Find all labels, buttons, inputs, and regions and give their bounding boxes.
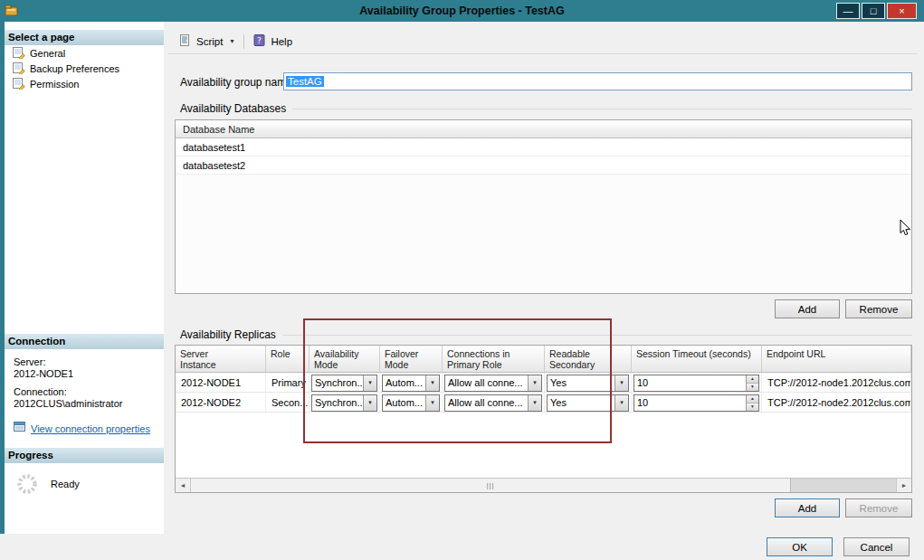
column-header[interactable]: Endpoint URL (762, 346, 911, 372)
failover-mode-combo[interactable]: Autom... ▾ (382, 375, 440, 392)
database-row[interactable]: databasetest1 (176, 138, 911, 157)
script-button[interactable]: Script (176, 32, 225, 51)
main-panel: Script ▾ ? Help Availability group name:… (168, 22, 918, 534)
replicas-remove-button[interactable]: Remove (845, 498, 912, 517)
availability-group-name-input[interactable]: TestAG (283, 72, 912, 90)
scrollbar-grip: ||| (486, 482, 494, 489)
cell-endpoint-url: TCP://2012-node1.2012clus.com (762, 373, 911, 392)
failover-mode-combo[interactable]: Autom... ▾ (382, 394, 440, 412)
session-timeout-field[interactable]: 10 ▴ ▾ (633, 375, 759, 392)
scroll-right-icon[interactable]: ► (896, 479, 911, 492)
session-timeout-stepper[interactable]: ▴ ▾ (746, 375, 758, 391)
spin-up-icon[interactable]: ▴ (747, 395, 758, 403)
ok-button[interactable]: OK (767, 537, 833, 556)
chevron-down-icon[interactable]: ▾ (363, 395, 376, 411)
column-header[interactable]: Session Timeout (seconds) (632, 346, 762, 372)
cell-server-instance: 2012-NODE2 (176, 393, 266, 412)
replicas-add-button[interactable]: Add (775, 498, 840, 517)
scrollbar-track[interactable]: ||| (191, 479, 896, 492)
availability-group-properties-dialog: Availability Group Properties - TestAG —… (0, 0, 924, 560)
availability-databases-title: Availability Databases (180, 102, 286, 115)
chevron-down-icon[interactable]: ▾ (425, 395, 439, 411)
svg-text:?: ? (258, 36, 262, 45)
column-header[interactable]: Connections in Primary Role (443, 346, 545, 372)
combo-value: Allow all conne... (445, 377, 528, 388)
chevron-down-icon[interactable]: ▾ (425, 375, 439, 391)
combo-value: Autom... (383, 397, 425, 408)
progress-status: Ready (51, 479, 80, 489)
availability-group-name-label: Availability group name: (180, 76, 295, 89)
combo-value: Yes (548, 377, 614, 388)
cancel-button[interactable]: Cancel (843, 537, 910, 556)
replicas-header-row: Server Instance Role Availability Mode F… (176, 346, 911, 373)
cell-endpoint-url: TCP://2012-node2.2012clus.com (762, 393, 911, 412)
chevron-down-icon[interactable]: ▾ (528, 375, 541, 391)
availability-group-name-value: TestAG (286, 76, 324, 87)
script-dropdown-icon[interactable]: ▾ (225, 37, 238, 45)
script-icon (178, 33, 192, 49)
scrollbar-thumb[interactable]: ||| (191, 479, 791, 492)
server-value: 2012-NODE1 (14, 368, 164, 379)
toolbar: Script ▾ ? Help (168, 29, 918, 54)
sidebar: Select a page General Backup Preferences… (5, 22, 164, 534)
connections-in-primary-role-combo[interactable]: Allow all conne... ▾ (444, 394, 542, 412)
databases-grid: Database Name databasetest1 databasetest… (175, 119, 912, 294)
chevron-down-icon[interactable]: ▾ (528, 395, 541, 411)
replica-row[interactable]: 2012-NODE1 Primary Synchron... ▾ Autom..… (176, 373, 911, 393)
spin-down-icon[interactable]: ▾ (747, 403, 758, 411)
database-name-column-header[interactable]: Database Name (176, 120, 911, 138)
maximize-button[interactable]: □ (862, 3, 885, 19)
spin-down-icon[interactable]: ▾ (747, 384, 758, 391)
spin-up-icon[interactable]: ▴ (747, 375, 758, 384)
column-header[interactable]: Server Instance (176, 346, 266, 372)
availability-mode-combo[interactable]: Synchron... ▾ (311, 394, 377, 412)
session-timeout-value: 10 (634, 377, 746, 388)
chevron-down-icon[interactable]: ▾ (614, 395, 628, 411)
combo-value: Allow all conne... (445, 397, 528, 408)
combo-value: Synchron... (312, 377, 363, 388)
replicas-grid: Server Instance Role Availability Mode F… (175, 345, 912, 493)
select-a-page-header: Select a page (5, 30, 164, 45)
script-button-label: Script (196, 36, 223, 47)
availability-mode-combo[interactable]: Synchron... ▾ (311, 375, 377, 392)
help-button-label: Help (271, 36, 292, 47)
column-header[interactable]: Failover Mode (380, 346, 443, 372)
toolbar-separator (243, 34, 244, 49)
readable-secondary-combo[interactable]: Yes ▾ (547, 394, 629, 412)
chevron-down-icon[interactable]: ▾ (614, 375, 628, 391)
session-timeout-stepper[interactable]: ▴ ▾ (746, 395, 758, 411)
session-timeout-field[interactable]: 10 ▴ ▾ (633, 394, 759, 412)
sidebar-item-permission[interactable]: Permission (5, 77, 164, 91)
help-button[interactable]: ? Help (250, 32, 295, 51)
section-divider (282, 335, 912, 336)
sidebar-item-label: Permission (30, 79, 79, 90)
session-timeout-value: 10 (634, 397, 746, 408)
chevron-down-icon[interactable]: ▾ (363, 375, 376, 391)
page-icon (13, 62, 25, 76)
column-header[interactable]: Availability Mode (310, 346, 380, 372)
sidebar-item-backup-preferences[interactable]: Backup Preferences (5, 62, 164, 76)
page-icon (13, 77, 25, 91)
column-header[interactable]: Role (266, 346, 310, 372)
connections-in-primary-role-combo[interactable]: Allow all conne... ▾ (444, 375, 542, 392)
help-icon: ? (252, 33, 266, 49)
sidebar-item-general[interactable]: General (5, 46, 164, 61)
cell-server-instance: 2012-NODE1 (176, 373, 266, 392)
cell-role: Secon... (266, 393, 310, 412)
database-row[interactable]: databasetest2 (176, 157, 911, 175)
progress-spinner-icon (15, 472, 39, 498)
combo-value: Autom... (383, 377, 425, 388)
horizontal-scrollbar[interactable]: ◄ ||| ► (176, 478, 911, 492)
readable-secondary-combo[interactable]: Yes ▾ (547, 375, 629, 392)
progress-header: Progress (5, 448, 164, 463)
close-button[interactable]: × (887, 3, 917, 19)
minimize-button[interactable]: — (836, 3, 860, 19)
databases-remove-button[interactable]: Remove (845, 299, 912, 318)
replica-row[interactable]: 2012-NODE2 Secon... Synchron... ▾ Autom.… (176, 393, 911, 413)
databases-add-button[interactable]: Add (775, 299, 840, 318)
column-header[interactable]: Readable Secondary (545, 346, 632, 372)
view-connection-properties-link[interactable]: View connection properties (31, 423, 150, 434)
availability-replicas-title: Availability Replicas (180, 328, 276, 341)
cell-role: Primary (266, 373, 310, 392)
scroll-left-icon[interactable]: ◄ (176, 479, 191, 492)
